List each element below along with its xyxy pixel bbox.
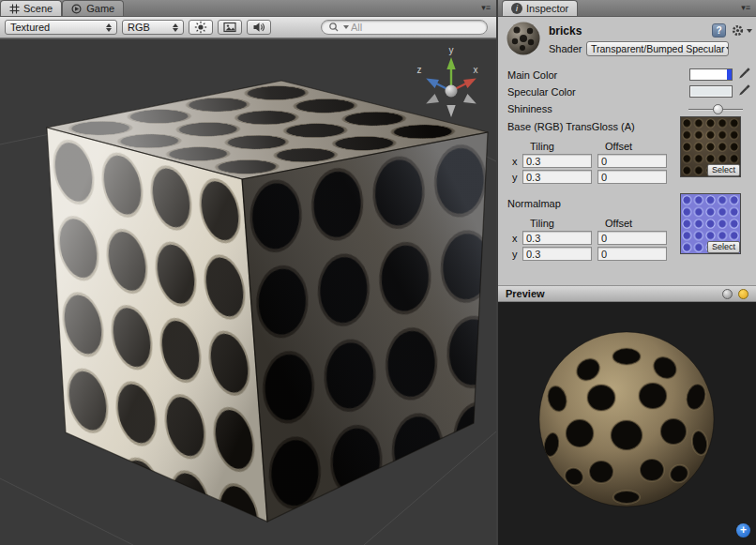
scene-panel: Scene Game ▾≡ Textured RGB [0, 0, 496, 545]
scene-tabstrip: Scene Game ▾≡ [0, 0, 496, 17]
tab-scene-label: Scene [23, 3, 53, 14]
draw-mode-dropdown[interactable]: Textured [5, 20, 117, 35]
main-color-swatch[interactable] [689, 68, 733, 81]
normal-offset-x-input[interactable] [597, 231, 667, 245]
shader-dropdown[interactable]: Transparent/Bumped Specular [586, 41, 729, 56]
base-offset-y-input[interactable] [597, 170, 667, 184]
gizmo-x-label: x [474, 65, 478, 75]
eyedropper-icon[interactable] [738, 67, 750, 80]
info-icon: i [511, 3, 522, 14]
preview-title: Preview [506, 288, 545, 299]
skybox-fx-toggle-button[interactable] [218, 20, 242, 35]
search-input[interactable] [351, 22, 480, 33]
updown-arrows-icon [106, 23, 112, 32]
shader-label: Shader [549, 43, 582, 54]
shininess-slider[interactable] [688, 104, 743, 115]
preview-light-icon[interactable] [738, 289, 748, 299]
material-preview[interactable]: + [498, 302, 756, 545]
gear-glyph [732, 24, 744, 37]
y-row-label: y [512, 249, 518, 260]
normal-offset-y-input[interactable] [597, 247, 667, 261]
gizmo-y-label: y [449, 45, 454, 55]
search-icon[interactable] [328, 22, 340, 33]
tab-game[interactable]: Game [62, 0, 124, 16]
preview-sphere-icon[interactable] [722, 289, 733, 299]
scene-render: y x z [0, 39, 496, 545]
render-mode-dropdown[interactable]: RGB [122, 20, 184, 35]
y-row-label: y [512, 172, 518, 183]
normal-tiling-y-input[interactable] [522, 247, 592, 261]
base-select-button[interactable]: Select [707, 164, 740, 176]
tab-scene[interactable]: Scene [0, 0, 62, 16]
tiling-header: Tiling [530, 141, 554, 152]
unity-editor-window: Scene Game ▾≡ Textured RGB [0, 0, 756, 545]
lighting-toggle-button[interactable] [189, 20, 213, 35]
shininess-slider-handle[interactable] [713, 104, 723, 114]
gizmo-z-label: z [417, 65, 422, 75]
eyedropper-icon[interactable] [738, 83, 750, 97]
help-icon[interactable]: ? [712, 23, 726, 38]
inspector-panel: i Inspector ▾≡ [498, 0, 756, 545]
x-row-label: x [512, 156, 518, 167]
gizmo-y-cone [446, 57, 455, 69]
gizmo-z-cone [426, 79, 439, 88]
scene-search-field[interactable] [321, 20, 488, 35]
inspector-tabstrip: i Inspector ▾≡ [498, 0, 756, 17]
base-texture-label: Base (RGB) TransGloss (A) [507, 121, 635, 132]
gear-icon[interactable] [732, 24, 752, 37]
material-name: bricks [549, 24, 582, 38]
image-icon [223, 22, 236, 33]
speaker-icon [252, 22, 265, 33]
updown-arrows-icon [173, 23, 178, 32]
specular-color-label: Specular Color [507, 86, 576, 98]
shininess-label: Shininess [507, 103, 552, 114]
draw-mode-value: Textured [10, 22, 50, 33]
sun-icon [194, 21, 207, 34]
panel-menu-icon[interactable]: ▾≡ [741, 3, 750, 12]
main-color-accent [727, 69, 732, 80]
offset-header: Offset [605, 218, 632, 229]
gizmo-neg-x-cone [426, 94, 439, 103]
base-tiling-y-input[interactable] [522, 170, 592, 184]
base-offset-x-input[interactable] [597, 154, 667, 168]
normalmap-thumbnail[interactable]: Select [680, 193, 741, 254]
base-texture-thumbnail[interactable]: Select [680, 116, 741, 177]
textured-cube [47, 81, 488, 522]
specular-color-swatch[interactable] [689, 85, 733, 98]
gizmo-x-cone [463, 79, 476, 88]
tab-game-label: Game [86, 3, 114, 14]
help-glyph: ? [716, 25, 721, 36]
base-tiling-x-input[interactable] [522, 154, 592, 168]
inspector-body: bricks Shader Transparent/Bumped Specula… [498, 17, 756, 545]
add-preview-button[interactable]: + [736, 523, 750, 537]
tab-inspector[interactable]: i Inspector [502, 0, 578, 16]
game-icon [71, 4, 83, 14]
preview-header[interactable]: Preview [498, 285, 756, 302]
scene-viewport[interactable]: y x z [0, 39, 496, 545]
orientation-gizmo[interactable]: y x z [417, 45, 478, 117]
main-color-label: Main Color [507, 69, 557, 81]
panel-menu-icon[interactable]: ▾≡ [481, 3, 491, 12]
tab-inspector-label: Inspector [526, 3, 568, 14]
material-sphere-icon[interactable] [506, 21, 541, 56]
render-mode-value: RGB [128, 22, 150, 33]
normal-tiling-x-input[interactable] [522, 231, 592, 245]
tiling-header: Tiling [530, 218, 554, 229]
normalmap-label: Normalmap [507, 198, 561, 209]
chevron-down-icon [726, 47, 729, 51]
gizmo-neg-z-cone [463, 94, 476, 103]
plus-icon: + [740, 523, 747, 537]
shader-value: Transparent/Bumped Specular [591, 43, 725, 54]
preview-sphere-render [498, 302, 756, 545]
scene-grid-icon [9, 4, 20, 14]
scene-toolbar: Textured RGB [0, 17, 496, 38]
chevron-down-icon [747, 29, 752, 33]
gizmo-hub [446, 85, 458, 98]
x-row-label: x [512, 233, 518, 244]
audio-toggle-button[interactable] [247, 20, 271, 35]
offset-header: Offset [605, 141, 632, 152]
normalmap-select-button[interactable]: Select [707, 241, 740, 253]
gizmo-neg-y-cone [446, 105, 455, 117]
search-filter-arrow-icon[interactable] [343, 25, 349, 29]
